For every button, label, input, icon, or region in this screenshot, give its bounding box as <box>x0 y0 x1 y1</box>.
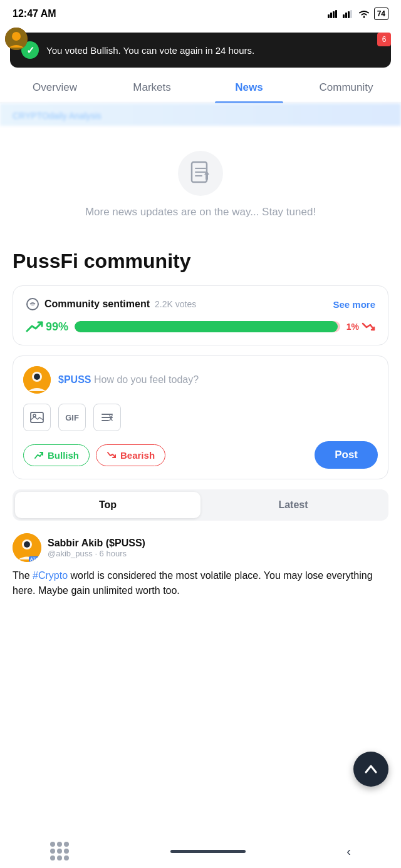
svg-rect-1 <box>330 13 332 18</box>
svg-rect-7 <box>350 10 352 18</box>
post-toolbar: GIF <box>23 404 378 431</box>
scroll-to-top-button[interactable] <box>353 752 388 787</box>
status-time: 12:47 AM <box>13 8 56 19</box>
toast-avatar <box>5 28 28 50</box>
post-button[interactable]: Post <box>315 441 378 469</box>
tab-community[interactable]: Community <box>298 73 395 103</box>
chevron-up-icon <box>363 763 378 775</box>
feed-tab-top[interactable]: Top <box>15 492 200 518</box>
svg-rect-16 <box>31 412 43 422</box>
post-handle: @akib_puss <box>48 549 93 558</box>
image-icon <box>30 411 44 424</box>
hashtag-crypto[interactable]: #Crypto <box>33 570 68 581</box>
document-icon <box>189 161 212 186</box>
svg-rect-3 <box>335 10 337 18</box>
svg-rect-6 <box>348 11 350 18</box>
toast-notification: ✓ You voted Bullish. You can vote again … <box>10 33 391 68</box>
feed-tab-latest[interactable]: Latest <box>200 492 386 518</box>
post-input-row: $PUSS How do you feel today? <box>23 366 378 394</box>
wifi-icon <box>358 9 370 18</box>
status-bar: 12:47 AM 74 <box>0 0 401 28</box>
sentiment-label: Community sentiment <box>44 299 150 310</box>
community-title: PussFi community <box>13 250 388 273</box>
svg-point-25 <box>24 541 30 548</box>
svg-point-12 <box>31 302 34 306</box>
toast-message: You voted Bullish. You can vote again in… <box>46 44 254 57</box>
bullish-percentage: 99% <box>26 320 68 334</box>
signal2-icon <box>343 9 354 18</box>
gif-icon: GIF <box>65 413 79 422</box>
sentiment-label-row: Community sentiment 2.2K votes <box>26 297 196 311</box>
bearish-button[interactable]: Bearish <box>96 444 165 466</box>
home-bar <box>170 850 246 853</box>
post-header: ATH! Sabbir Akib ($PUSS) @akib_puss · 6 … <box>13 533 388 562</box>
svg-point-9 <box>12 32 21 41</box>
post-time: 6 hours <box>100 549 127 558</box>
bearish-arrow-icon <box>107 451 117 459</box>
empty-state: More news updates are on the way... Stay… <box>0 126 401 237</box>
tab-overview[interactable]: Overview <box>6 73 103 103</box>
svg-rect-2 <box>333 11 335 18</box>
post-actions: Bullish Bearish Post <box>23 441 378 469</box>
user-avatar <box>23 366 51 394</box>
votes-count: 2.2K votes <box>155 299 196 309</box>
list-format-button[interactable] <box>93 404 121 431</box>
home-indicator-dots <box>50 842 69 860</box>
post-placeholder[interactable]: $PUSS How do you feel today? <box>58 374 199 385</box>
sentiment-header: Community sentiment 2.2K votes See more <box>26 297 375 311</box>
notification-badge: 6 <box>377 33 391 46</box>
signal-icon <box>328 9 339 18</box>
nav-tabs: Overview Markets News Community <box>0 73 401 103</box>
bullish-bar-fill <box>75 321 337 332</box>
community-section: PussFi community Community sentiment 2.2… <box>0 237 401 521</box>
sentiment-card: Community sentiment 2.2K votes See more … <box>13 285 388 345</box>
bullish-button[interactable]: Bullish <box>23 444 90 466</box>
tab-markets[interactable]: Markets <box>103 73 200 103</box>
empty-state-icon-circle <box>178 151 223 196</box>
tab-news[interactable]: News <box>200 73 298 103</box>
back-button[interactable]: ‹ <box>346 844 351 859</box>
feed-toggle: Top Latest <box>13 489 388 521</box>
svg-rect-4 <box>343 14 345 18</box>
sentiment-bar-row: 99% 1% <box>26 320 375 334</box>
post-meta: @akib_puss · 6 hours <box>48 549 145 558</box>
list-icon <box>101 412 113 423</box>
svg-point-15 <box>34 374 40 380</box>
bullish-arrow-icon <box>34 451 44 459</box>
bullish-trend-icon <box>26 320 43 334</box>
post-user-info: Sabbir Akib ($PUSS) @akib_puss · 6 hours <box>48 538 145 558</box>
svg-rect-0 <box>328 14 330 18</box>
svg-rect-5 <box>345 13 347 18</box>
image-upload-button[interactable] <box>23 404 51 431</box>
blurred-article-header: CRYPTOdaily Analysis <box>0 103 401 126</box>
post-username: Sabbir Akib ($PUSS) <box>48 538 145 549</box>
bearish-trend-icon <box>362 321 375 332</box>
status-icons: 74 <box>328 8 388 20</box>
post-body: The #Crypto world is considered the most… <box>13 568 388 598</box>
post-avatar: ATH! <box>13 533 41 562</box>
gif-button[interactable]: GIF <box>58 404 86 431</box>
post-item: ATH! Sabbir Akib ($PUSS) @akib_puss · 6 … <box>0 533 401 611</box>
sentiment-icon <box>26 297 39 311</box>
bearish-percentage: 1% <box>346 321 375 332</box>
sentiment-progress-bar <box>75 321 340 332</box>
empty-state-text: More news updates are on the way... Stay… <box>85 206 316 218</box>
ath-badge: ATH! <box>29 556 41 562</box>
battery-indicator: 74 <box>374 8 388 20</box>
see-more-button[interactable]: See more <box>333 299 375 310</box>
post-input-area: $PUSS How do you feel today? GIF <box>13 355 388 479</box>
